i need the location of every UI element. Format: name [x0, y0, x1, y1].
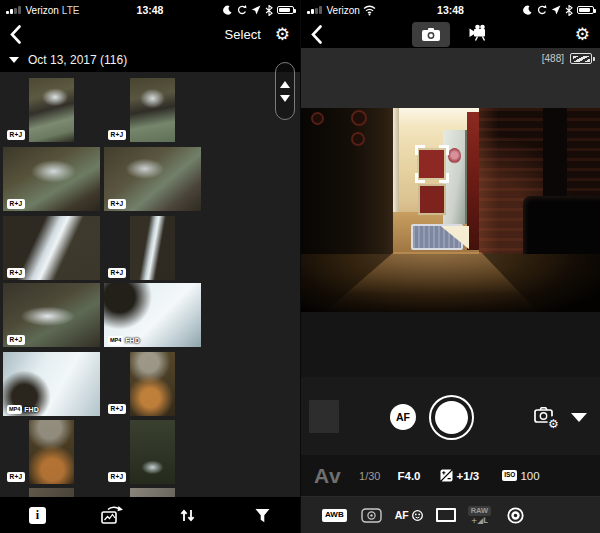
- wall-plate: [351, 110, 367, 126]
- shutter-speed[interactable]: 1/30: [359, 470, 380, 482]
- raw-jpeg-badge: R+J: [108, 404, 126, 415]
- battery-icon: [277, 6, 294, 15]
- scroll-up-icon[interactable]: [280, 81, 290, 88]
- signal-strength-icon: [307, 6, 322, 14]
- af-button[interactable]: AF: [390, 404, 416, 430]
- location-arrow-icon: [251, 5, 261, 15]
- chevron-down-icon[interactable]: [571, 413, 587, 422]
- shooting-controls: AF ⚙: [301, 377, 600, 455]
- select-button[interactable]: Select: [225, 27, 261, 42]
- red-door-panel-lower: [420, 186, 444, 213]
- video-badge: MP4FHD: [7, 405, 39, 415]
- remote-shooting-screen: Verizon 13:48: [300, 0, 600, 533]
- raw-jpeg-badge: R+J: [108, 130, 126, 141]
- last-image-review-thumbnail[interactable]: [309, 400, 339, 433]
- thumbnail[interactable]: R+J: [3, 216, 100, 280]
- thumbnail-image: [29, 488, 74, 497]
- exposure-info-row: Av 1/30 F4.0 +1/3 ISO 100: [301, 455, 600, 497]
- raw-jpeg-badge: R+J: [108, 268, 126, 279]
- scroll-down-icon[interactable]: [280, 95, 290, 102]
- gallery-nav-bar: Select ⚙: [0, 20, 300, 48]
- camera-settings-bar: AWB AF RAW +◢L: [301, 497, 600, 533]
- filter-icon: [255, 508, 270, 523]
- gallery-screen: Verizon LTE 13:48 Select ⚙ Oct 13, 2017 …: [0, 0, 300, 533]
- back-chevron-icon[interactable]: [10, 25, 21, 44]
- ev-value: +1/3: [457, 470, 480, 482]
- live-view-left-wall: [301, 108, 396, 258]
- quality-fine-label: +◢L: [471, 517, 488, 525]
- shots-remaining: [488]: [542, 53, 564, 64]
- af-method-button[interactable]: AF: [395, 509, 424, 522]
- white-balance-badge[interactable]: AWB: [322, 509, 347, 522]
- thumbnail[interactable]: R+J: [104, 420, 201, 484]
- fhd-badge: FHD: [125, 337, 139, 344]
- scroll-control[interactable]: [275, 62, 295, 120]
- camera-battery-icon: [570, 53, 592, 64]
- thumbnail[interactable]: MP4FHD: [104, 283, 201, 347]
- info-icon: i: [29, 507, 46, 524]
- movie-camera-icon: [468, 24, 490, 41]
- picture-style-icon: [506, 506, 525, 525]
- tab-still-shooting[interactable]: [412, 22, 450, 47]
- still-camera-icon: [421, 27, 441, 42]
- transfer-images-button[interactable]: [75, 497, 150, 533]
- date-group-header[interactable]: Oct 13, 2017 (116): [0, 48, 300, 72]
- sunlight-patch: [441, 226, 469, 249]
- thumbnail[interactable]: R+J: [104, 352, 201, 416]
- picture-style-button[interactable]: [506, 506, 525, 525]
- info-button[interactable]: i: [0, 497, 75, 533]
- back-chevron-icon[interactable]: [311, 25, 322, 44]
- af-frame[interactable]: [415, 145, 449, 183]
- shooting-nav-bar: ⚙: [301, 20, 600, 48]
- rotation-lock-icon: [236, 5, 247, 15]
- shutter-button[interactable]: [429, 395, 474, 440]
- do-not-disturb-moon-icon: [222, 5, 232, 15]
- raw-jpeg-badge: R+J: [7, 268, 25, 279]
- stove-pipe: [543, 108, 567, 198]
- aperture-value[interactable]: F4.0: [398, 470, 421, 482]
- bluetooth-icon: [565, 5, 573, 16]
- iso-value: 100: [520, 470, 539, 482]
- letterbox-band: [301, 312, 600, 377]
- signal-strength-icon: [6, 6, 21, 14]
- battery-icon: [577, 6, 594, 15]
- status-bar-left: Verizon LTE 13:48: [0, 0, 300, 20]
- iso-setting[interactable]: ISO 100: [502, 470, 539, 482]
- raw-jpeg-badge: R+J: [108, 199, 126, 210]
- metering-mode-icon: [361, 508, 382, 523]
- network-type-label: LTE: [62, 5, 80, 16]
- thumbnail[interactable]: R+J: [3, 147, 100, 211]
- carrier-label: Verizon: [327, 5, 360, 16]
- thumbnail[interactable]: R+J: [3, 420, 100, 484]
- thumbnail[interactable]: R+J: [104, 147, 201, 211]
- filter-button[interactable]: [225, 497, 300, 533]
- carrier-label: Verizon: [26, 5, 59, 16]
- raw-jpeg-badge: R+J: [108, 472, 126, 483]
- thumbnail[interactable]: R+J: [3, 78, 100, 142]
- quality-raw-label: RAW: [468, 506, 492, 517]
- thumbnail-grid: R+JR+JR+JR+JR+JR+JR+JMP4FHDMP4FHDR+JR+JR…: [0, 72, 300, 497]
- af-frame-icon[interactable]: [436, 508, 456, 522]
- gallery-toolbar: i: [0, 497, 300, 533]
- door-wreath: [448, 148, 461, 164]
- thumbnail[interactable]: R+J: [3, 283, 100, 347]
- thumbnail[interactable]: MP4FHD: [3, 352, 100, 416]
- tab-movie-shooting[interactable]: [468, 24, 490, 45]
- sort-order-button[interactable]: [150, 497, 225, 533]
- shooting-mode: Av: [314, 464, 341, 488]
- exposure-compensation-icon: [440, 469, 453, 482]
- metering-mode-button[interactable]: [361, 508, 382, 523]
- gear-icon[interactable]: ⚙: [275, 26, 290, 43]
- camera-settings-button[interactable]: ⚙: [534, 406, 561, 433]
- live-view[interactable]: [301, 108, 600, 312]
- thumbnail[interactable]: [104, 488, 201, 497]
- image-quality-button[interactable]: RAW +◢L: [468, 506, 492, 525]
- thumbnail[interactable]: R+J: [104, 216, 201, 280]
- thumbnail[interactable]: R+J: [104, 78, 201, 142]
- exposure-compensation[interactable]: +1/3: [440, 469, 480, 482]
- raw-jpeg-badge: R+J: [7, 130, 25, 141]
- thumbnail-image: [130, 78, 175, 142]
- do-not-disturb-moon-icon: [522, 5, 532, 15]
- thumbnail[interactable]: [3, 488, 100, 497]
- fhd-badge: FHD: [24, 406, 38, 413]
